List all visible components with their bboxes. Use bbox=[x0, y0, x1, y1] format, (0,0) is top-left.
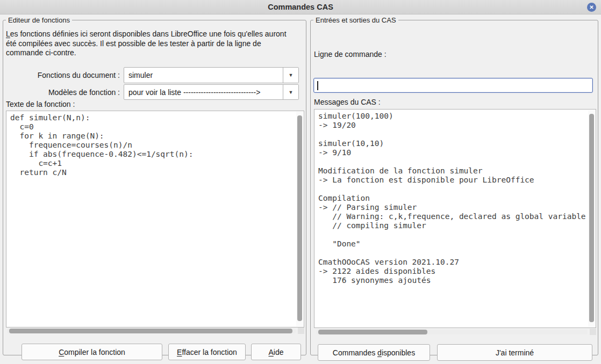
function-code-text: def simuler(N,n): c=0 for k in range(N):… bbox=[6, 111, 304, 177]
cas-io-legend: Entrées et sorties du CAS bbox=[313, 16, 398, 24]
intro-mnemonic: L bbox=[6, 30, 10, 38]
doc-functions-row: Fonctions du document : simuler ▼ bbox=[14, 67, 304, 83]
help-line: Ligne de commande : bbox=[314, 49, 488, 59]
available-commands-button[interactable]: Commandes disponibles bbox=[318, 344, 430, 361]
messages-horizontal-scrollbar[interactable] bbox=[316, 330, 588, 334]
editor-intro-text: Les fonctions définies ici seront dispon… bbox=[6, 30, 295, 58]
chevron-down-icon[interactable]: ▼ bbox=[283, 68, 298, 83]
erase-mnemonic: E bbox=[177, 348, 182, 356]
erase-label-rest: ffacer la fonction bbox=[182, 348, 237, 356]
title-bar[interactable]: Commandes CAS ✕ bbox=[0, 0, 601, 14]
done-label: J'ai terminé bbox=[496, 348, 534, 357]
available-label-rest: isponibles bbox=[382, 348, 415, 357]
cas-commands-dialog: { "window": { "title": "Commandes CAS", … bbox=[0, 0, 601, 364]
cas-messages-text: simuler(100,100) -> 19/20 simuler(10,10)… bbox=[314, 110, 596, 285]
compile-mnemonic: C bbox=[59, 348, 64, 356]
code-vertical-scrollbar[interactable] bbox=[296, 112, 303, 326]
function-editor-group: Editeur de fonctions Les fonctions défin… bbox=[3, 16, 306, 355]
help-label-rest: ide bbox=[274, 348, 284, 356]
intro-rest: es fonctions définies ici seront disponi… bbox=[6, 30, 287, 57]
function-editor-legend: Editeur de fonctions bbox=[6, 16, 72, 24]
command-input[interactable] bbox=[313, 78, 593, 93]
templates-select[interactable]: pour voir la liste ---------------------… bbox=[124, 84, 299, 100]
done-button[interactable]: J'ai terminé bbox=[437, 344, 592, 361]
code-horizontal-scrollbar[interactable] bbox=[7, 329, 296, 333]
messages-hscroll-thumb[interactable] bbox=[318, 330, 427, 334]
cas-io-group: Entrées et sorties du CAS Ligne de comma… bbox=[310, 16, 598, 355]
cas-messages-view[interactable]: simuler(100,100) -> 19/20 simuler(10,10)… bbox=[314, 109, 596, 328]
doc-functions-label: Fonctions du document : bbox=[14, 71, 124, 79]
code-vscroll-thumb[interactable] bbox=[297, 115, 302, 321]
templates-row: Modèles de fonction : pour voir la liste… bbox=[14, 84, 304, 100]
scrollbar-corner bbox=[590, 329, 596, 335]
function-code-editor[interactable]: def simuler(N,n): c=0 for k in range(N):… bbox=[6, 111, 304, 327]
messages-vscroll-thumb[interactable] bbox=[589, 114, 594, 322]
chevron-down-icon[interactable]: ▼ bbox=[283, 85, 298, 99]
close-icon[interactable]: ✕ bbox=[587, 3, 596, 12]
scrollbar-corner bbox=[298, 327, 304, 334]
text-caret bbox=[317, 81, 318, 90]
templates-label: Modèles de fonction : bbox=[14, 88, 124, 97]
templates-value: pour voir la liste ---------------------… bbox=[124, 85, 283, 99]
doc-functions-value: simuler bbox=[124, 68, 283, 83]
window-title: Commandes CAS bbox=[268, 3, 333, 11]
messages-label: Messages du CAS : bbox=[314, 98, 381, 106]
help-button[interactable]: Aide bbox=[251, 344, 301, 360]
available-mnemonic: d bbox=[377, 348, 382, 357]
code-label: Texte de la fonction : bbox=[6, 100, 75, 108]
compile-label-rest: ompiler la fonction bbox=[64, 348, 125, 356]
code-hscroll-thumb[interactable] bbox=[9, 329, 292, 333]
help-mnemonic: A bbox=[268, 348, 273, 356]
compile-function-button[interactable]: Compiler la fonction bbox=[22, 344, 162, 360]
messages-vertical-scrollbar[interactable] bbox=[588, 110, 595, 327]
available-label-pre: Commandes bbox=[333, 348, 377, 357]
doc-functions-select[interactable]: simuler ▼ bbox=[124, 67, 299, 83]
erase-function-button[interactable]: Effacer la fonction bbox=[168, 344, 246, 360]
